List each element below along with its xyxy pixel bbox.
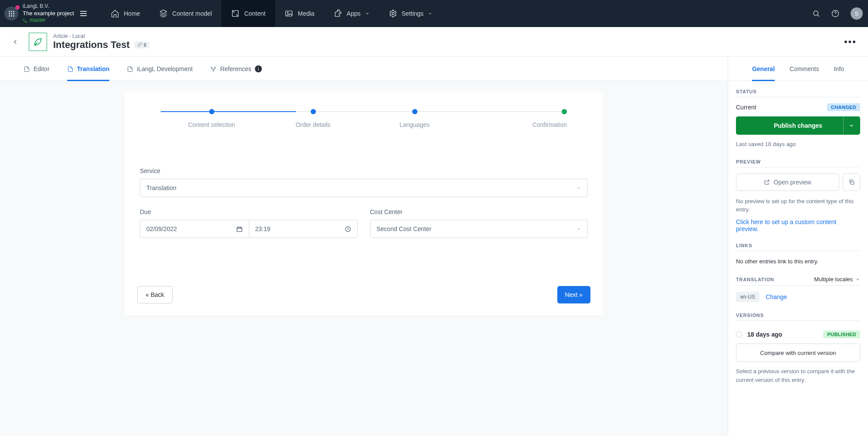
preview-heading: PREVIEW [736, 159, 860, 167]
tab-translation[interactable]: Translation [67, 57, 110, 81]
sidebar: General Comments Info STATUS Current CHA… [728, 57, 868, 436]
version-age: 18 days ago [747, 331, 782, 338]
status-badge-published: PUBLISHED [823, 330, 860, 338]
cost-center-select[interactable]: Second Cost Center [370, 220, 588, 238]
step-content-selection[interactable]: Content selection [161, 109, 262, 128]
entry-more-icon[interactable]: ••• [841, 36, 860, 48]
nav-settings[interactable]: Settings [379, 0, 442, 27]
clock-icon [345, 226, 351, 232]
breadcrumb: Article - Local [53, 33, 149, 39]
due-time-input[interactable]: 23:19 [249, 220, 358, 238]
svg-point-9 [213, 70, 214, 72]
open-preview-button[interactable]: Open preview [736, 174, 839, 191]
links-empty-text: No other entries link to this entry. [736, 257, 860, 266]
step-confirmation[interactable]: Confirmation [465, 109, 567, 128]
svg-point-8 [214, 67, 216, 68]
cost-center-label: Cost Center [370, 208, 588, 215]
compare-version-button[interactable]: Compare with current version [736, 344, 860, 362]
svg-rect-12 [851, 181, 854, 184]
user-avatar[interactable]: S [851, 7, 863, 20]
due-date-input[interactable]: 02/09/2022 [140, 220, 249, 238]
main-nav: Home Content model Content Media Apps Se… [101, 0, 442, 27]
org-switcher[interactable]: iLangL B.V. The example project master [0, 0, 101, 27]
entry-header: Article - Local Integrations Test 0 ••• [0, 27, 868, 57]
step-order-details[interactable]: Order details [262, 109, 364, 128]
tab-references[interactable]: References i [210, 57, 262, 81]
translation-heading: TRANSLATION Multiple locales [736, 276, 860, 286]
main-column: Editor Translation iLangL Development Re… [0, 57, 728, 436]
topbar: iLangL B.V. The example project master H… [0, 0, 868, 27]
service-select[interactable]: Translation [140, 179, 588, 197]
page-title: Integrations Test [53, 39, 130, 51]
copy-icon [848, 179, 855, 185]
sidebar-tabs: General Comments Info [728, 57, 868, 81]
tab-editor[interactable]: Editor [24, 57, 50, 81]
link-count-badge[interactable]: 0 [134, 41, 149, 48]
nav-content[interactable]: Content [221, 0, 275, 27]
tab-ilangl[interactable]: iLangL Development [127, 57, 193, 81]
svg-point-7 [211, 67, 213, 68]
preview-empty-text: No preview is set up for the content typ… [736, 197, 860, 214]
stepper: Content selection Order details Language… [161, 109, 567, 128]
project-menu-icon[interactable] [80, 11, 87, 16]
status-badge-changed: CHANGED [827, 103, 860, 111]
search-icon[interactable] [812, 10, 820, 17]
nav-apps[interactable]: Apps [324, 0, 379, 27]
side-tab-comments[interactable]: Comments [790, 57, 819, 81]
versions-heading: VERSIONS [736, 313, 860, 321]
nav-home[interactable]: Home [101, 0, 149, 27]
order-card: Content selection Order details Language… [124, 92, 604, 316]
side-tab-info[interactable]: Info [834, 57, 844, 81]
copy-preview-button[interactable] [843, 174, 860, 191]
nav-content-model[interactable]: Content model [149, 0, 221, 27]
project-name: The example project [23, 10, 74, 17]
branch-indicator[interactable]: master [23, 17, 74, 24]
svg-rect-10 [237, 227, 241, 232]
calendar-icon [236, 226, 243, 232]
versions-help-text: Select a previous version to compare it … [736, 367, 860, 384]
multiple-locales-toggle[interactable]: Multiple locales [814, 276, 860, 283]
svg-point-1 [26, 21, 27, 23]
svg-point-0 [23, 19, 24, 20]
locale-chip: en-US [736, 292, 760, 302]
change-locale-link[interactable]: Change [766, 293, 787, 300]
version-row[interactable]: 18 days ago PUBLISHED [736, 330, 860, 338]
topbar-actions: S [802, 0, 868, 27]
preview-setup-link[interactable]: Click here to set up a custom content pr… [736, 218, 860, 232]
service-label: Service [140, 167, 588, 174]
app-grid-icon[interactable] [4, 7, 18, 20]
last-saved-text: Last saved 18 days ago [736, 140, 860, 149]
next-button[interactable]: Next » [557, 286, 590, 303]
nav-media[interactable]: Media [275, 0, 324, 27]
version-radio[interactable] [736, 331, 742, 337]
svg-point-4 [392, 13, 394, 15]
svg-point-5 [814, 11, 818, 16]
step-languages[interactable]: Languages [364, 109, 465, 128]
company-name: iLangL B.V. [23, 3, 74, 10]
svg-point-3 [288, 12, 289, 13]
entry-tabs: Editor Translation iLangL Development Re… [0, 57, 728, 81]
references-count-badge: i [255, 65, 262, 72]
help-icon[interactable] [831, 10, 839, 17]
back-button[interactable]: « Back [137, 286, 173, 303]
external-link-icon [764, 179, 770, 185]
due-label: Due [140, 208, 358, 215]
status-current-label: Current [736, 104, 756, 111]
publish-button[interactable]: Publish changes [736, 116, 860, 135]
status-heading: STATUS [736, 89, 860, 97]
chevron-down-icon[interactable] [843, 116, 854, 135]
side-tab-general[interactable]: General [752, 57, 775, 81]
back-arrow-icon[interactable] [8, 38, 23, 46]
entry-type-icon [29, 33, 47, 51]
links-heading: LINKS [736, 243, 860, 251]
